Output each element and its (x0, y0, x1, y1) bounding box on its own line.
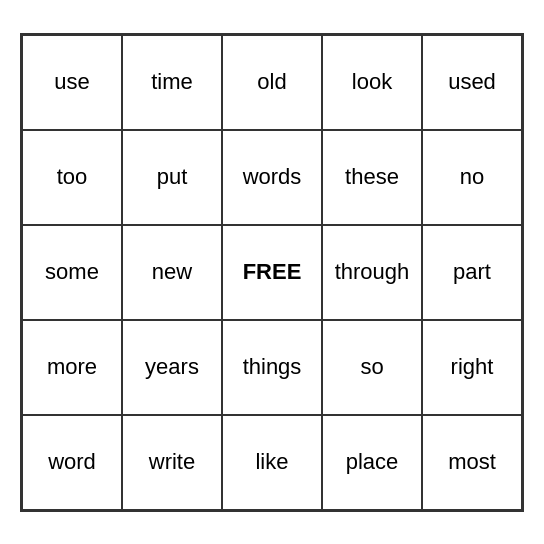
bingo-cell[interactable]: through (322, 225, 422, 320)
bingo-cell[interactable]: years (122, 320, 222, 415)
bingo-row: somenewFREEthroughpart (22, 225, 522, 320)
bingo-cell[interactable]: word (22, 415, 122, 510)
bingo-cell[interactable]: words (222, 130, 322, 225)
bingo-cell[interactable]: most (422, 415, 522, 510)
bingo-cell[interactable]: so (322, 320, 422, 415)
bingo-row: moreyearsthingssoright (22, 320, 522, 415)
bingo-cell[interactable]: right (422, 320, 522, 415)
bingo-row: usetimeoldlookused (22, 35, 522, 130)
bingo-cell[interactable]: old (222, 35, 322, 130)
bingo-cell[interactable]: time (122, 35, 222, 130)
bingo-card: usetimeoldlookusedtooputwordsthesenosome… (20, 33, 524, 512)
bingo-cell[interactable]: put (122, 130, 222, 225)
bingo-cell[interactable]: place (322, 415, 422, 510)
bingo-cell[interactable]: look (322, 35, 422, 130)
bingo-cell[interactable]: too (22, 130, 122, 225)
bingo-row: tooputwordstheseno (22, 130, 522, 225)
bingo-cell[interactable]: new (122, 225, 222, 320)
bingo-cell[interactable]: more (22, 320, 122, 415)
bingo-cell[interactable]: like (222, 415, 322, 510)
bingo-cell[interactable]: some (22, 225, 122, 320)
bingo-cell[interactable]: part (422, 225, 522, 320)
bingo-cell[interactable]: no (422, 130, 522, 225)
bingo-cell[interactable]: FREE (222, 225, 322, 320)
bingo-cell[interactable]: write (122, 415, 222, 510)
bingo-cell[interactable]: used (422, 35, 522, 130)
bingo-cell[interactable]: use (22, 35, 122, 130)
bingo-cell[interactable]: things (222, 320, 322, 415)
bingo-cell[interactable]: these (322, 130, 422, 225)
bingo-row: wordwritelikeplacemost (22, 415, 522, 510)
